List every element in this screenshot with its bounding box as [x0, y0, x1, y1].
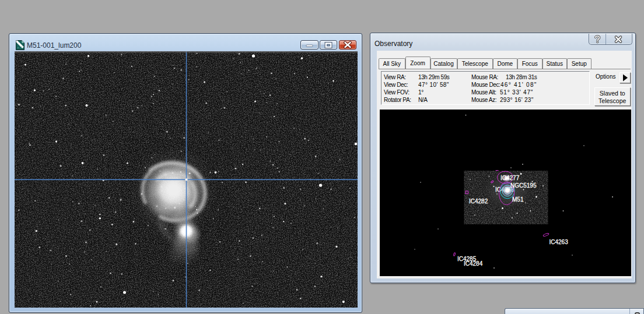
- svg-text:IC4284: IC4284: [464, 260, 483, 267]
- svg-text:IC4263: IC4263: [549, 239, 568, 245]
- svg-text:M51: M51: [512, 196, 524, 203]
- svg-text:NGC5195: NGC5195: [510, 182, 537, 189]
- svg-text:IC4282: IC4282: [469, 198, 488, 204]
- svg-text:IC4277: IC4277: [501, 175, 520, 181]
